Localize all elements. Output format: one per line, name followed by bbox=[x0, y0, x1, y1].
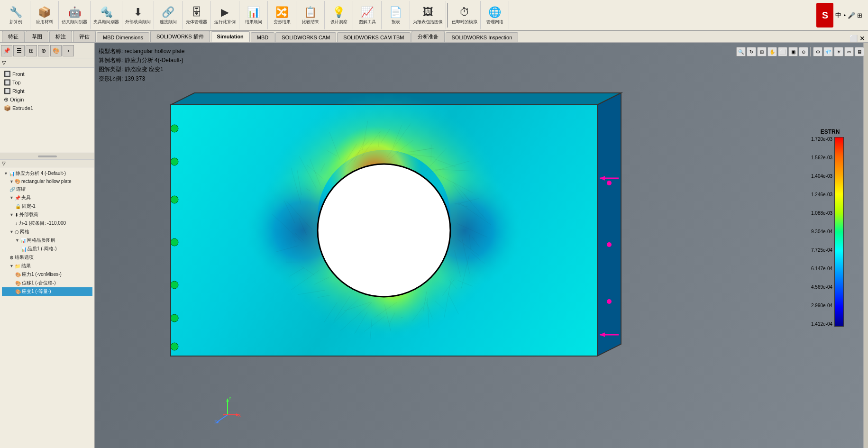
tab-solidworks-cam-tbm[interactable]: SOLIDWORKS CAM TBM bbox=[337, 32, 410, 42]
pan-btn[interactable]: ✋ bbox=[767, 47, 777, 56]
settings-view-btn[interactable]: ⚙ bbox=[813, 47, 822, 56]
toolbar-material[interactable]: 📦 应用材料 bbox=[30, 1, 59, 29]
tree-item-right[interactable]: 🔲 Right bbox=[2, 87, 92, 95]
external-load-icon: ⬇ bbox=[134, 6, 142, 18]
sim-item-quality1[interactable]: 📊 品质1 (-网格-) bbox=[2, 245, 92, 253]
view1-btn[interactable]: ⬜ bbox=[778, 47, 787, 56]
sim-mesh-quality-label: 网格品质图解 bbox=[27, 237, 55, 244]
toolbar-run-label: 运行此算例 bbox=[214, 19, 236, 25]
sim-item-fixture[interactable]: ▼ 📌 夹具 bbox=[2, 193, 92, 202]
mic-btn[interactable]: 🎤 bbox=[848, 12, 855, 19]
dot-btn[interactable]: • bbox=[843, 12, 846, 19]
toolbar-plot-tools[interactable]: 📈 图解工具 bbox=[353, 1, 382, 29]
rotate-btn[interactable]: ↻ bbox=[747, 47, 756, 56]
tab-features[interactable]: 特征 bbox=[2, 31, 25, 42]
sim-strain-label: 应变1 (-等量-) bbox=[22, 288, 51, 295]
toolbar-deform[interactable]: 🔀 变形结果 bbox=[268, 1, 296, 29]
deform-ratio-row: 变形比例: 139.373 bbox=[99, 74, 184, 83]
displacement-icon: 🎨 bbox=[15, 281, 21, 286]
window-close-btn[interactable]: ✕ bbox=[859, 35, 865, 42]
result-options-icon: ⚙ bbox=[9, 255, 14, 260]
tab-simulation[interactable]: Simulation bbox=[211, 31, 250, 42]
ext-load-icon: ⬇ bbox=[15, 212, 18, 218]
tree-item-top[interactable]: 🔲 Top bbox=[2, 78, 92, 87]
display-btn[interactable]: 🖥 bbox=[855, 47, 864, 56]
tab-evaluate[interactable]: 评估 bbox=[73, 31, 96, 42]
sim-item-displacement[interactable]: 🎨 位移1 (-合位移-) bbox=[2, 279, 92, 287]
tab-solidworks-cam[interactable]: SOLIDWORKS CAM bbox=[275, 32, 336, 42]
sim-item-mesh-quality[interactable]: ▼ 📊 网格品质图解 bbox=[2, 236, 92, 245]
viewport[interactable]: 模型名称: rectangular hollow plate 算例名称: 静应力… bbox=[95, 43, 868, 448]
tree-item-front[interactable]: 🔲 Front bbox=[2, 70, 92, 78]
model-name-row: 模型名称: rectangular hollow plate bbox=[99, 47, 184, 56]
target-btn[interactable]: ⊕ bbox=[38, 45, 49, 56]
sim-item-results[interactable]: ▼ 📁 结果 bbox=[2, 262, 92, 270]
study-icon: 📊 bbox=[9, 171, 15, 176]
tab-mbd[interactable]: MBD bbox=[251, 32, 274, 42]
arrow-right-btn[interactable]: › bbox=[63, 45, 74, 56]
toolbar-results[interactable]: 📊 结果顾问 bbox=[239, 1, 268, 29]
grid-btn2[interactable]: ⊞ bbox=[26, 45, 37, 56]
sim-item-connection[interactable]: 🔗 连结 bbox=[2, 185, 92, 193]
sim-item-strain[interactable]: 🎨 应变1 (-等量-) bbox=[2, 287, 92, 296]
toolbar-instant-sim[interactable]: ⏱ 已即时的模拟 bbox=[449, 1, 481, 29]
sim-item-force1[interactable]: ↓ 力-1 (按条目: -110,000 bbox=[2, 219, 92, 228]
color-btn[interactable]: 🎨 bbox=[50, 45, 62, 56]
window-restore-btn[interactable]: ⬜ bbox=[850, 35, 858, 42]
zoom-btn[interactable]: ⊞ bbox=[757, 47, 767, 56]
pin-btn[interactable]: 📌 bbox=[1, 45, 12, 56]
view2-btn[interactable]: ▣ bbox=[788, 47, 798, 56]
tab-annotation[interactable]: 标注 bbox=[49, 31, 72, 42]
collapse-study[interactable]: ▼ bbox=[4, 171, 8, 176]
sim-item-mesh[interactable]: ▼ ⬡ 网格 bbox=[2, 228, 92, 236]
chinese-btn[interactable]: 中 bbox=[835, 11, 841, 19]
search-view-btn[interactable]: 🔍 bbox=[736, 47, 746, 56]
toolbar-run[interactable]: ▶ 运行此算例 bbox=[211, 1, 239, 29]
tree-item-extrude1[interactable]: 📦 Extrude1 bbox=[2, 104, 92, 112]
list-btn[interactable]: ☰ bbox=[13, 45, 25, 56]
scroll-bar[interactable] bbox=[38, 155, 57, 157]
toolbar-external-load[interactable]: ⬇ 外部载荷顾问 bbox=[122, 1, 154, 29]
feature-tree[interactable]: 🔲 Front 🔲 Top 🔲 Right ⊕ Origin 📦 Extrude… bbox=[0, 68, 94, 153]
extrude-icon: 📦 bbox=[4, 105, 11, 111]
sim-item-ext-load[interactable]: ▼ ⬇ 外部载荷 bbox=[2, 210, 92, 219]
grid-btn[interactable]: ⊞ bbox=[857, 12, 862, 19]
light-btn[interactable]: ☀ bbox=[834, 47, 843, 56]
tab-analysis-prep[interactable]: 分析准备 bbox=[411, 31, 445, 42]
toolbar-compare-label: 比较结果 bbox=[302, 19, 319, 25]
toolbar-connection[interactable]: 🔗 连接顾问 bbox=[154, 1, 183, 29]
viewport-scrollbar[interactable] bbox=[863, 43, 868, 448]
toolbar-compare[interactable]: 📋 比较结果 bbox=[296, 1, 325, 29]
toolbar-sim-advisor[interactable]: 🤖 仿真顾问别器 bbox=[59, 1, 91, 29]
section-btn[interactable]: ✂ bbox=[844, 47, 854, 56]
toolbar-design-insight[interactable]: 💡 设计洞察 bbox=[325, 1, 353, 29]
render-btn[interactable]: 💎 bbox=[823, 47, 833, 56]
view3-btn[interactable]: ⊙ bbox=[799, 47, 808, 56]
toolbar-shell[interactable]: 🗄 壳体管理器 bbox=[183, 1, 211, 29]
toolbar-include-image[interactable]: 🖼 为报表包括图像 bbox=[410, 1, 446, 29]
toolbar-deform-label: 变形结果 bbox=[274, 19, 291, 25]
simulation-tree[interactable]: ▼ 📊 静应力分析 4 (-Default-) ▼ 🎨 rectangular … bbox=[0, 167, 94, 448]
toolbar-divider bbox=[810, 47, 811, 56]
sim-item-result-options[interactable]: ⚙ 结果选项 bbox=[2, 253, 92, 262]
sim-item-plate[interactable]: ▼ 🎨 rectangular hollow plate bbox=[2, 178, 92, 185]
tab-solidworks-inspection[interactable]: SOLIDWORKS Inspection bbox=[446, 32, 519, 42]
sim-item-stress[interactable]: 🎨 应力1 (-vonMises-) bbox=[2, 270, 92, 279]
color-legend: ESTRN 1.720e-031.562e-031.404e-031.246e-… bbox=[811, 128, 849, 327]
tab-mbd-dimensions[interactable]: MBD Dimensions bbox=[97, 32, 149, 42]
toolbar-manage-network[interactable]: 🌐 管理网络 bbox=[481, 1, 509, 29]
legend-bar bbox=[834, 137, 844, 327]
plate-icon: 🎨 bbox=[15, 179, 20, 184]
tab-sketch[interactable]: 草图 bbox=[26, 31, 48, 42]
tree-extrude-label: Extrude1 bbox=[12, 105, 33, 111]
tab-solidworks-plugins[interactable]: SOLIDWORKS 插件 bbox=[150, 31, 210, 42]
sim-item-fixed1[interactable]: 🔒 固定-1 bbox=[2, 202, 92, 210]
tree-item-origin[interactable]: ⊕ Origin bbox=[2, 95, 92, 104]
toolbar-fixture-advisor[interactable]: 🔩 夹具顾问别器 bbox=[91, 1, 122, 29]
axes-indicator: Y X Z bbox=[213, 396, 242, 424]
toolbar-report[interactable]: 📄 报表 bbox=[382, 1, 410, 29]
material-icon: 📦 bbox=[38, 6, 51, 18]
sim-study-root[interactable]: ▼ 📊 静应力分析 4 (-Default-) bbox=[2, 169, 92, 178]
deform-label: 变形比例: bbox=[99, 75, 123, 82]
toolbar-new-study[interactable]: 🔧 新算例 bbox=[2, 1, 30, 29]
